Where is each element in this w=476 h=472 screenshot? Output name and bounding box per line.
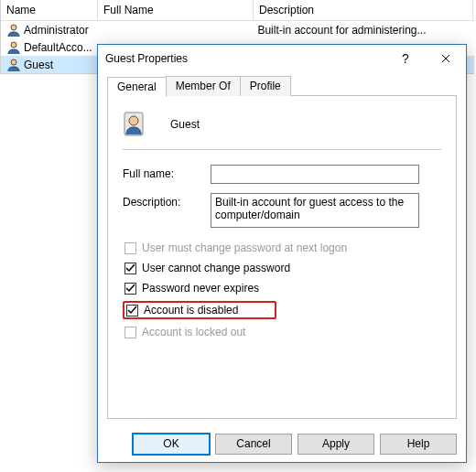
apply-button[interactable]: Apply [298,434,374,455]
tabs: General Member Of Profile [107,76,457,96]
checkbox-cannot-change-password[interactable]: User cannot change password [123,261,441,275]
svg-point-4 [129,116,138,125]
svg-point-2 [11,59,16,65]
checkbox-must-change-password: User must change password at next logon [123,241,441,255]
list-header: Name Full Name Description [1,0,474,21]
col-description[interactable]: Description [254,0,473,20]
ok-button[interactable]: OK [133,434,210,455]
tab-profile[interactable]: Profile [240,76,291,96]
list-row-administrator[interactable]: Administrator Built-in account for admin… [1,21,474,38]
dialog-title: Guest Properties [105,52,385,65]
checkbox-icon [124,242,136,254]
fullname-field[interactable] [211,165,419,184]
checkbox-label: Account is locked out [142,326,245,338]
checkbox-icon [126,305,138,316]
label-fullname: Full name: [123,165,211,180]
col-fullname[interactable]: Full Name [98,0,254,20]
tab-page-general: Guest Full name: Description: Built-in a… [107,95,457,419]
user-icon [6,40,21,55]
svg-point-0 [11,25,16,30]
guest-properties-dialog: Guest Properties ? General Member Of Pro… [97,44,467,463]
svg-point-1 [11,42,16,48]
checkbox-icon [124,263,136,274]
checkbox-label: User must change password at next logon [142,241,347,254]
description-field[interactable]: Built-in account for guest access to the… [211,193,419,228]
separator [123,149,441,150]
user-large-icon [123,109,154,140]
tab-general[interactable]: General [107,77,167,97]
cell-name: DefaultAcco... [24,41,92,54]
checkbox-icon [124,327,136,338]
checkbox-label: Account is disabled [144,304,238,316]
account-name-heading: Guest [170,118,200,131]
col-name[interactable]: Name [1,0,98,20]
cancel-button[interactable]: Cancel [215,434,292,455]
cell-name: Administrator [24,24,89,37]
cell-desc: Built-in account for administering... [254,24,472,37]
user-icon [6,58,21,72]
checkbox-account-disabled[interactable]: Account is disabled [123,301,276,319]
checkbox-password-never-expires[interactable]: Password never expires [123,281,441,295]
checkbox-label: Password never expires [142,282,259,295]
checkbox-account-locked: Account is locked out [123,325,441,339]
close-icon[interactable] [426,45,466,72]
checkbox-icon [124,283,136,295]
help-button[interactable]: Help [380,434,457,455]
cell-name: Guest [24,59,53,71]
button-bar: OK Cancel Apply Help [98,426,466,462]
help-icon[interactable]: ? [385,45,426,72]
titlebar[interactable]: Guest Properties ? [98,45,466,72]
tab-member-of[interactable]: Member Of [166,76,241,96]
user-icon [6,23,21,38]
checkbox-label: User cannot change password [142,262,290,274]
label-description: Description: [123,193,211,209]
